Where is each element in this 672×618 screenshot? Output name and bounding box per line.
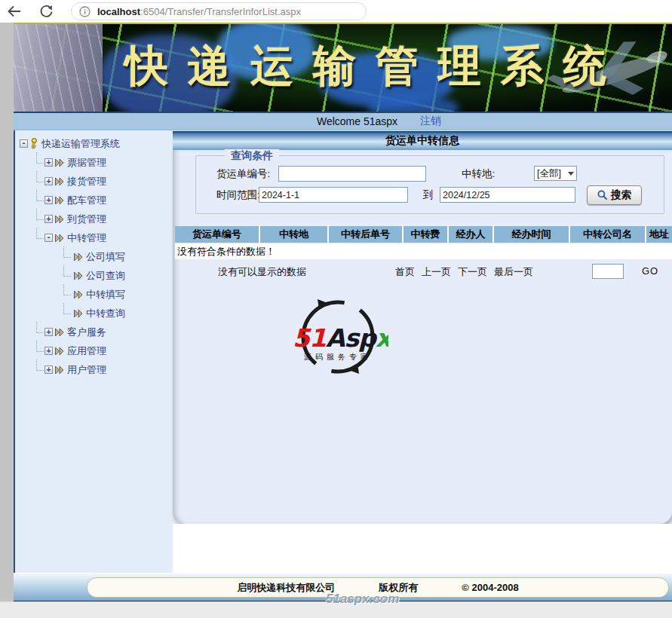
page-title: 货运单中转信息 [385, 134, 459, 148]
pagination-links: 首页 上一页 下一页 最后一页 [395, 265, 533, 279]
tree-connector [36, 209, 44, 220]
column-header: 中转后单号 [329, 226, 404, 243]
logo-asp: Asp [326, 323, 378, 353]
sidebar-item-label: 应用管理 [67, 344, 106, 358]
tree-connector [63, 246, 71, 258]
tree-connector [36, 341, 44, 352]
column-header: 货运单编号 [175, 226, 260, 243]
sidebar-item-label: 到货管理 [67, 213, 106, 226]
refresh-icon[interactable] [38, 3, 54, 20]
arrow-icon [73, 271, 84, 280]
logo-51: 51 [293, 323, 326, 353]
content-panel: 查询条件 货运单编号: 中转地: [全部] 时间范围: 到 搜索 货运单编号 中… [173, 150, 672, 524]
arrow-icon [54, 158, 65, 167]
chevron-down-icon [568, 172, 574, 176]
go-button[interactable]: GO [642, 265, 658, 277]
arrow-icon [54, 366, 65, 375]
column-header: 经办人 [449, 226, 494, 243]
query-legend: 查询条件 [225, 149, 279, 163]
sidebar-item-label: 用户管理 [67, 363, 106, 377]
expand-icon[interactable]: + [44, 347, 53, 355]
tree-connector [36, 359, 44, 371]
arrow-icon [73, 252, 84, 262]
arrow-icon [54, 234, 65, 243]
search-button-label: 搜索 [611, 188, 631, 202]
last-page-link[interactable]: 最后一页 [494, 265, 533, 279]
sidebar-item-transfer-fill[interactable]: 中转填写 [63, 285, 173, 304]
transfer-place-label: 中转地: [462, 167, 495, 181]
collapse-icon[interactable]: - [44, 234, 53, 242]
search-icon [597, 190, 608, 200]
sidebar-item-label: 票据管理 [67, 156, 106, 170]
banner-title: 快递运输管理系统 [125, 38, 661, 96]
tree-root[interactable]: - 快递运输管理系统 [20, 134, 173, 153]
welcome-bar: Welcome 51aspx 注销 [14, 113, 672, 130]
back-icon[interactable] [6, 3, 23, 20]
sidebar-item-transfer-mgmt[interactable]: - 中转管理 [36, 228, 173, 247]
column-header: 经办时间 [494, 226, 570, 243]
sidebar-item-company-fill[interactable]: 公司填写 [63, 247, 173, 266]
sidebar-item-label: 接货管理 [67, 175, 106, 188]
sidebar-item-label: 客户服务 [67, 326, 106, 339]
tree-connector [36, 228, 44, 239]
arrow-icon [54, 196, 65, 205]
date-to-input[interactable] [440, 187, 575, 203]
column-header: 中转费 [404, 226, 449, 243]
site-info-icon[interactable] [79, 6, 91, 17]
tree-root-label: 快递运输管理系统 [41, 137, 120, 151]
first-page-link[interactable]: 首页 [395, 265, 415, 279]
sidebar-item-label: 中转管理 [67, 231, 106, 245]
pagination-status: 没有可以显示的数据 [218, 265, 306, 279]
arrow-icon [73, 290, 84, 299]
arrow-icon [54, 328, 65, 337]
to-label: 到 [423, 188, 434, 202]
logo-tagline: 源码服务专家 [303, 353, 372, 361]
expand-icon[interactable]: + [44, 196, 53, 204]
sidebar-item-user-mgmt[interactable]: + 用户管理 [36, 360, 173, 379]
footer-company: 启明快递科技有限公司 [237, 581, 335, 595]
next-page-link[interactable]: 下一页 [458, 265, 487, 279]
tree-connector [36, 152, 44, 164]
tree-connector [63, 284, 71, 295]
header-banner: 快递运输管理系统 [14, 23, 672, 113]
collapse-icon[interactable]: - [20, 139, 28, 148]
search-button[interactable]: 搜索 [587, 185, 642, 205]
sidebar-item-ticket-mgmt[interactable]: + 票据管理 [36, 153, 173, 172]
logout-link[interactable]: 注销 [420, 115, 441, 128]
url-text: localhost:6504/Transfer/TransferInforLis… [97, 6, 301, 17]
tree-connector [63, 265, 71, 277]
time-range-label: 时间范围: [216, 188, 260, 202]
transfer-place-select[interactable]: [全部] [534, 166, 577, 181]
sidebar-item-customer-service[interactable]: + 客户服务 [36, 323, 173, 341]
expand-icon[interactable]: + [44, 366, 53, 374]
expand-icon[interactable]: + [44, 328, 53, 336]
column-header: 中转公司名 [570, 226, 646, 243]
page-number-input[interactable] [592, 264, 624, 279]
sidebar-item-company-query[interactable]: 公司查询 [63, 266, 173, 285]
sidebar-item-pickup-mgmt[interactable]: + 接货管理 [36, 172, 173, 191]
waybill-input[interactable] [278, 166, 426, 182]
tree-connector [63, 303, 71, 314]
tree-connector [36, 322, 44, 333]
expand-icon[interactable]: + [44, 215, 53, 223]
date-from-input[interactable] [259, 187, 408, 203]
sidebar-item-transfer-query[interactable]: 中转查询 [63, 304, 173, 323]
query-fieldset: 查询条件 [195, 155, 664, 214]
sidebar-item-arrival-mgmt[interactable]: + 到货管理 [36, 210, 173, 228]
sidebar-item-app-mgmt[interactable]: + 应用管理 [36, 341, 173, 360]
prev-page-link[interactable]: 上一页 [422, 265, 451, 279]
continent-blob [368, 96, 459, 113]
expand-icon[interactable]: + [44, 158, 53, 167]
51aspx-logo: 51Aspx 源码服务专家 [287, 298, 388, 375]
address-bar[interactable]: localhost:6504/Transfer/TransferInforLis… [71, 2, 367, 20]
page-left-margin [0, 23, 14, 601]
sidebar-item-label: 中转查询 [86, 307, 125, 320]
table-header-row: 货运单编号 中转地 中转后单号 中转费 经办人 经办时间 中转公司名 地址 [175, 226, 672, 243]
sidebar-item-vehicle-mgmt[interactable]: + 配车管理 [36, 191, 173, 210]
browser-toolbar: localhost:6504/Transfer/TransferInforLis… [0, 0, 672, 23]
sidebar-item-label: 中转填写 [86, 288, 125, 301]
expand-icon[interactable]: + [44, 177, 53, 185]
column-header: 地址 [646, 226, 672, 243]
waybill-label: 货运单编号: [216, 167, 270, 181]
tree-connector [36, 190, 44, 201]
